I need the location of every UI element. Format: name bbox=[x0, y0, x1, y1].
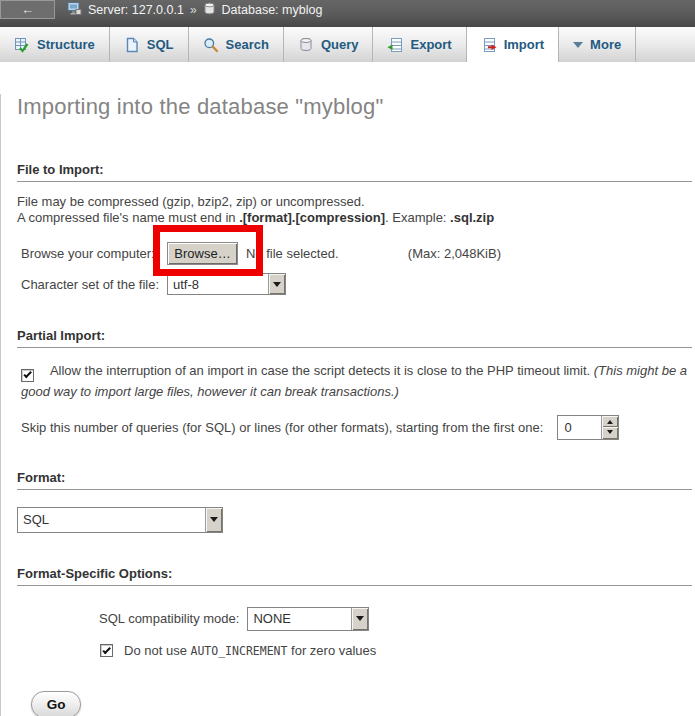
tab-query[interactable]: Query bbox=[284, 27, 374, 62]
sql-compatibility-value: NONE bbox=[248, 608, 351, 630]
tab-label: Import bbox=[504, 37, 544, 52]
browse-label: Browse your computer: bbox=[21, 246, 167, 261]
tab-structure[interactable]: Structure bbox=[0, 27, 110, 62]
browse-row: Browse your computer: Browse… No file se… bbox=[21, 241, 501, 265]
auto-increment-checkbox[interactable] bbox=[100, 644, 113, 657]
tab-more[interactable]: More bbox=[559, 27, 636, 62]
section-heading-format-options: Format-Specific Options: bbox=[17, 566, 692, 586]
auto-increment-text: Do not use AUTO_INCREMENT for zero value… bbox=[124, 643, 376, 658]
allow-interruption-checkbox[interactable] bbox=[21, 369, 34, 382]
database-icon bbox=[203, 2, 216, 19]
breadcrumb: Server: 127.0.0.1 » Database: myblog bbox=[67, 0, 322, 20]
page-title: Importing into the database "myblog" bbox=[17, 94, 692, 120]
breadcrumb-database[interactable]: Database: myblog bbox=[222, 3, 323, 17]
section-heading-file-to-import: File to Import: bbox=[17, 162, 692, 182]
skip-queries-value: 0 bbox=[558, 416, 601, 439]
skip-queries-label: Skip this number of queries (for SQL) or… bbox=[21, 420, 543, 435]
allow-interruption-row: Allow the interruption of an import in c… bbox=[21, 361, 692, 401]
server-icon bbox=[67, 1, 82, 19]
export-icon bbox=[387, 37, 403, 53]
sql-compatibility-label: SQL compatibility mode: bbox=[99, 611, 239, 626]
sql-compatibility-select[interactable]: NONE bbox=[247, 607, 369, 631]
structure-icon bbox=[14, 37, 30, 53]
sql-compatibility-row: SQL compatibility mode: NONE bbox=[99, 607, 692, 631]
dropdown-arrow-icon[interactable] bbox=[268, 274, 285, 294]
spinner-down-icon[interactable] bbox=[602, 427, 618, 439]
allow-interruption-text: Allow the interruption of an import in c… bbox=[50, 363, 594, 378]
spinner-buttons bbox=[601, 416, 618, 439]
back-button[interactable]: ← bbox=[0, 0, 55, 19]
tab-label: Query bbox=[321, 37, 359, 52]
skip-queries-row: Skip this number of queries (for SQL) or… bbox=[21, 415, 692, 440]
tab-search[interactable]: Search bbox=[189, 27, 284, 62]
chevron-down-icon bbox=[573, 42, 583, 53]
import-page: Importing into the database "myblog" Fil… bbox=[0, 94, 695, 716]
dropdown-arrow-icon[interactable] bbox=[351, 608, 368, 630]
sql-icon bbox=[124, 37, 140, 53]
charset-row: Character set of the file: utf-8 bbox=[21, 273, 692, 295]
charset-select[interactable]: utf-8 bbox=[167, 273, 286, 295]
import-icon bbox=[481, 37, 497, 53]
tab-label: Structure bbox=[37, 37, 95, 52]
search-icon bbox=[203, 37, 219, 53]
format-selected-value: SQL bbox=[18, 508, 205, 532]
tab-label: Search bbox=[226, 37, 269, 52]
check-icon bbox=[23, 370, 31, 378]
go-button[interactable]: Go bbox=[31, 691, 81, 716]
dropdown-arrow-icon[interactable] bbox=[205, 508, 222, 532]
auto-increment-code: AUTO_INCREMENT bbox=[191, 644, 288, 658]
max-size-text: (Max: 2,048KiB) bbox=[408, 246, 501, 261]
arrow-left-icon: ← bbox=[21, 2, 34, 17]
breadcrumb-server[interactable]: Server: 127.0.0.1 bbox=[88, 3, 184, 17]
spinner-up-icon[interactable] bbox=[602, 416, 618, 428]
query-icon bbox=[298, 37, 314, 53]
tab-bar: Structure SQL Search Query Export Import… bbox=[0, 27, 695, 62]
compress-line: File may be compressed (gzip, bzip2, zip… bbox=[17, 194, 365, 209]
charset-label: Character set of the file: bbox=[21, 277, 167, 292]
format-select[interactable]: SQL bbox=[17, 507, 223, 533]
tab-import[interactable]: Import bbox=[467, 27, 559, 62]
check-icon bbox=[102, 645, 110, 653]
charset-selected-value: utf-8 bbox=[168, 274, 268, 294]
auto-increment-row: Do not use AUTO_INCREMENT for zero value… bbox=[100, 643, 692, 659]
tab-sql[interactable]: SQL bbox=[110, 27, 189, 62]
section-heading-format: Format: bbox=[17, 470, 692, 490]
tab-label: More bbox=[590, 37, 621, 52]
skip-queries-input[interactable]: 0 bbox=[557, 415, 619, 440]
no-file-selected-text: No file selected. bbox=[246, 246, 339, 261]
tab-label: Export bbox=[410, 37, 451, 52]
breadcrumb-bar: ← Server: 127.0.0.1 » Database: myblog bbox=[0, 0, 695, 27]
section-heading-partial-import: Partial Import: bbox=[17, 328, 692, 348]
tab-export[interactable]: Export bbox=[373, 27, 466, 62]
browse-button[interactable]: Browse… bbox=[167, 242, 238, 265]
compression-info-text: File may be compressed (gzip, bzip2, zip… bbox=[17, 194, 692, 225]
breadcrumb-separator: » bbox=[190, 3, 197, 17]
tab-label: SQL bbox=[147, 37, 174, 52]
